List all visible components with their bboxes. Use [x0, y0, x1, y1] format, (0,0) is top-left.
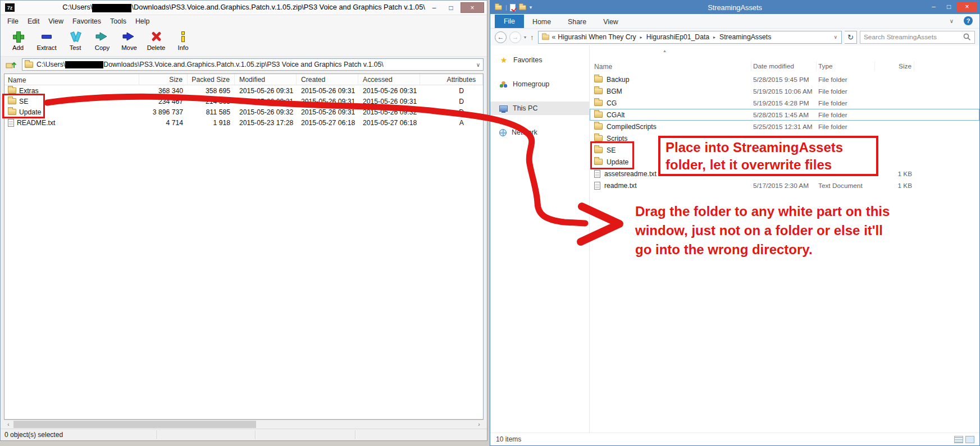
test-button[interactable]: Test [62, 29, 88, 51]
column-header-type[interactable]: Type [817, 61, 875, 71]
address-dropdown-caret[interactable]: ∨ [473, 62, 483, 68]
list-item-backup[interactable]: Backup 5/28/2015 9:45 PM File folder [590, 73, 979, 85]
sidebar-item-favorites[interactable]: ★ Favorites [490, 53, 589, 67]
breadcrumb-overflow[interactable]: « [552, 33, 556, 41]
column-header-created[interactable]: Created [297, 74, 358, 85]
tab-share[interactable]: Share [559, 16, 595, 28]
row-modified: 2015-05-26 09:31 [235, 87, 297, 95]
sevenzip-window-title: C:\Users\\Downloads\PS3.Voice.and.Graphi… [1, 3, 487, 12]
column-header-name[interactable]: Name [4, 74, 139, 85]
breadcrumb-item-3[interactable]: StreamingAssets [719, 33, 771, 41]
add-button[interactable]: Add [5, 29, 31, 51]
menu-edit[interactable]: Edit [23, 16, 44, 26]
menu-help[interactable]: Help [131, 16, 154, 26]
breadcrumb-item-2[interactable]: HigurashiEp01_Data [646, 33, 709, 41]
chevron-right-icon[interactable]: ▸ [639, 35, 644, 40]
column-header-accessed[interactable]: Accessed [358, 74, 420, 85]
extract-button[interactable]: Extract [32, 29, 61, 51]
copy-button[interactable]: Copy [89, 29, 115, 51]
details-view-icon[interactable] [954, 436, 963, 443]
row-date: 5/25/2015 12:31 AM [751, 123, 817, 131]
column-header-date-modified[interactable]: Date modified [751, 61, 817, 71]
maximize-button[interactable]: □ [942, 2, 956, 12]
minimize-button[interactable]: – [927, 2, 941, 12]
table-row-readme[interactable]: README.txt 4 714 1 918 2015-05-23 17:28 … [4, 117, 483, 128]
row-name: CompiledScripts [607, 123, 657, 131]
refresh-button[interactable]: ↻ [845, 31, 857, 44]
tab-home[interactable]: Home [524, 16, 559, 28]
column-headers: Name Date modified Type Size [590, 59, 979, 73]
folder-icon [25, 62, 33, 68]
column-header-modified[interactable]: Modified [235, 74, 297, 85]
sidebar-item-label: Network [512, 128, 537, 136]
folder-icon[interactable] [495, 4, 502, 10]
scroll-left-arrow[interactable]: ‹ [4, 420, 13, 429]
list-item-cg[interactable]: CG 5/19/2015 4:28 PM File folder [590, 97, 979, 109]
column-header-name[interactable]: Name [590, 61, 751, 71]
folder-icon [8, 98, 16, 104]
properties-doc-icon[interactable] [510, 4, 516, 11]
menu-favorites[interactable]: Favorites [68, 16, 106, 26]
row-name: Scripts [607, 135, 627, 142]
horizontal-scrollbar[interactable]: ‹ › [4, 420, 484, 429]
computer-icon [499, 105, 508, 112]
breadcrumb-item-1[interactable]: Higurashi When They Cry [558, 33, 636, 41]
list-item-compiledscripts[interactable]: CompiledScripts 5/25/2015 12:31 AM File … [590, 121, 979, 132]
table-row-update[interactable]: Update 3 896 737 811 585 2015-05-26 09:3… [4, 107, 483, 117]
delete-button[interactable]: Delete [143, 29, 169, 51]
sidebar-item-label: Favorites [513, 56, 542, 64]
row-created: 2015-05-26 09:31 [297, 87, 358, 95]
folder-icon [594, 147, 603, 153]
scrollbar-track[interactable] [13, 420, 475, 429]
close-button[interactable]: × [461, 2, 484, 13]
row-attributes: D [420, 98, 483, 105]
search-input[interactable] [864, 33, 961, 41]
row-name: SE [607, 146, 616, 154]
column-header-size[interactable]: Size [139, 74, 188, 85]
back-button[interactable]: ← [495, 31, 507, 43]
explorer-address-row: ← → ▾ ↑ « Higurashi When They Cry ▸ Higu… [490, 29, 979, 45]
row-packed: 811 585 [188, 108, 235, 116]
table-row-se[interactable]: SE 234 467 214 565 2015-05-26 09:31 2015… [4, 96, 483, 107]
tab-view[interactable]: View [595, 16, 627, 28]
recent-locations-caret[interactable]: ▾ [524, 35, 526, 40]
sevenzip-file-list: Name Size Packed Size Modified Created A… [4, 73, 484, 420]
address-combobox[interactable]: C:\Users\Downloads\PS3.Voice.and.Graphic… [22, 58, 484, 71]
annotation-line: go into the wrong directory. [635, 240, 950, 259]
qat-customize-caret[interactable]: ▾ [530, 4, 532, 10]
breadcrumb[interactable]: « Higurashi When They Cry ▸ HigurashiEp0… [538, 31, 842, 44]
parent-folder-button[interactable] [4, 58, 19, 71]
close-button[interactable]: × [957, 2, 977, 12]
maximize-button[interactable]: □ [444, 2, 458, 13]
list-item-cgalt[interactable]: CGAlt 5/28/2015 1:45 AM File folder [590, 109, 979, 121]
ribbon-collapse-icon[interactable]: ∨ [950, 18, 954, 24]
help-icon[interactable]: ? [964, 16, 973, 25]
address-history-caret[interactable]: ∨ [833, 34, 838, 40]
sidebar-item-this-pc[interactable]: This PC [490, 102, 589, 115]
move-button[interactable]: Move [116, 29, 142, 51]
menu-file[interactable]: File [3, 16, 23, 26]
thumbnail-view-icon[interactable] [965, 436, 974, 443]
column-header-attributes[interactable]: Attributes [420, 74, 483, 85]
search-icon [963, 33, 971, 41]
search-box[interactable] [860, 31, 975, 44]
table-row-extras[interactable]: Extras 368 340 358 695 2015-05-26 09:31 … [4, 85, 483, 96]
list-item-readme[interactable]: readme.txt 5/17/2015 2:30 AM Text Docume… [590, 180, 979, 191]
minimize-button[interactable]: – [427, 2, 441, 13]
sidebar-item-homegroup[interactable]: Homegroup [490, 77, 589, 91]
scroll-right-arrow[interactable]: › [475, 420, 484, 429]
column-header-packed-size[interactable]: Packed Size [188, 74, 235, 85]
scrollbar-thumb[interactable] [13, 421, 256, 428]
info-button[interactable]: Info [170, 29, 196, 51]
chevron-right-icon[interactable]: ▸ [712, 35, 717, 40]
up-button[interactable]: ↑ [529, 33, 535, 42]
sidebar-item-network[interactable]: Network [490, 126, 589, 139]
menu-tools[interactable]: Tools [106, 16, 131, 26]
menu-view[interactable]: View [44, 16, 68, 26]
new-folder-icon[interactable] [519, 4, 526, 10]
column-header-size[interactable]: Size [875, 61, 914, 71]
list-item-bgm[interactable]: BGM 5/19/2015 10:06 AM File folder [590, 85, 979, 97]
tab-file[interactable]: File [495, 15, 524, 28]
list-empty-area[interactable] [4, 128, 483, 419]
forward-button[interactable]: → [509, 31, 521, 43]
